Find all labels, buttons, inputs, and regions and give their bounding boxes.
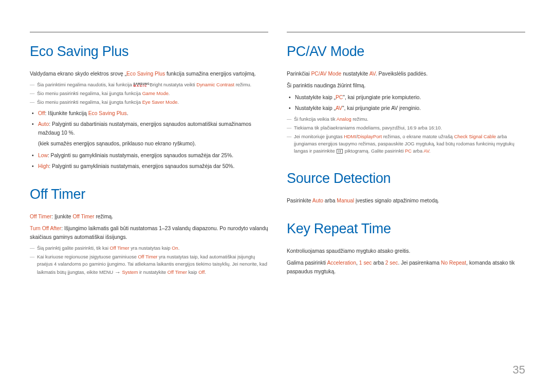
heading-off-timer: Off Timer bbox=[30, 186, 268, 202]
eco-auto-subnote: (kiek sumažės energijos sąnaudos, prikla… bbox=[30, 140, 268, 148]
eco-option-auto: Auto: Palyginti su dabartiniais nustatym… bbox=[30, 120, 268, 138]
off-note-2: Kai kuriuose regionuose įsigytuose gamin… bbox=[30, 254, 268, 277]
arrow-icon: → bbox=[115, 269, 121, 276]
pcav-intro-1: Parinkčiai PC/AV Mode nustatykite AV. Pa… bbox=[287, 70, 525, 79]
left-column: Eco Saving Plus Valdydama ekrano skydo e… bbox=[30, 32, 268, 279]
eco-note-3: Šio meniu pasirinkti negalima, kai įjung… bbox=[30, 99, 268, 106]
pcav-option-av: Nustatykite kaip „AV", kai prijungiate p… bbox=[287, 104, 525, 113]
key-repeat-p1: Kontroliuojamas spaudžiamo mygtuko atsak… bbox=[287, 247, 525, 256]
eco-option-high: High: Palyginti su gamykliniais nustatym… bbox=[30, 162, 268, 171]
pcav-option-pc: Nustatykite kaip „PC", kai prijungiate p… bbox=[287, 94, 525, 102]
heading-key-repeat-time: Key Repeat Time bbox=[287, 221, 525, 237]
off-timer-enable: Off Timer: Įjunkite Off Timer režimą. bbox=[30, 213, 268, 221]
eco-option-list-2: Low: Palyginti su gamykliniais nustatyma… bbox=[30, 152, 268, 171]
eco-option-list: Off: Išjunkite funkciją Eco Saving Plus.… bbox=[30, 109, 268, 138]
eco-note-2: Šio meniu pasirinkti negalima, kai įjung… bbox=[30, 90, 268, 98]
eco-option-low: Low: Palyginti su gamykliniais nustatyma… bbox=[30, 152, 268, 160]
pcav-note-1: Ši funkcija veikia tik Analog režimu. bbox=[287, 116, 525, 123]
menu-icon bbox=[337, 149, 343, 154]
pcav-intro-2: Ši parinktis naudinga žiūrint filmą. bbox=[287, 82, 525, 90]
eco-note-1: Šia parinktimi negalima naudotis, kai fu… bbox=[30, 82, 268, 89]
key-repeat-p2: Galima pasirinkti Acceleration, 1 sec ar… bbox=[287, 259, 525, 276]
heading-pc-av-mode: PC/AV Mode bbox=[287, 44, 525, 60]
heading-eco-saving-plus: Eco Saving Plus bbox=[30, 44, 268, 60]
source-detection-text: Pasirinkite Auto arba Manual įvesties si… bbox=[287, 197, 525, 206]
pcav-note-3: Jei monitoriuje įjungtas HDMI/DisplayPor… bbox=[287, 134, 525, 155]
eco-option-off: Off: Išjunkite funkciją Eco Saving Plus. bbox=[30, 109, 268, 118]
heading-source-detection: Source Detection bbox=[287, 171, 525, 186]
pcav-option-list: Nustatykite kaip „PC", kai prijungiate p… bbox=[287, 94, 525, 113]
pcav-note-2: Tiekiama tik plačiaekraniams modeliams, … bbox=[287, 125, 525, 132]
eco-intro: Valdydama ekrano skydo elektros srovę „E… bbox=[30, 70, 268, 79]
turn-off-after: Turn Off After: Išjungimo laikmatis gali… bbox=[30, 225, 268, 242]
right-column: PC/AV Mode Parinkčiai PC/AV Mode nustaty… bbox=[287, 32, 525, 279]
off-note-1: Šią parinktį galite pasirinkti, tik kai … bbox=[30, 245, 268, 252]
samsung-magic-logo: SAMSUNGMAGIC bbox=[134, 83, 150, 87]
page-number: 35 bbox=[513, 363, 525, 377]
